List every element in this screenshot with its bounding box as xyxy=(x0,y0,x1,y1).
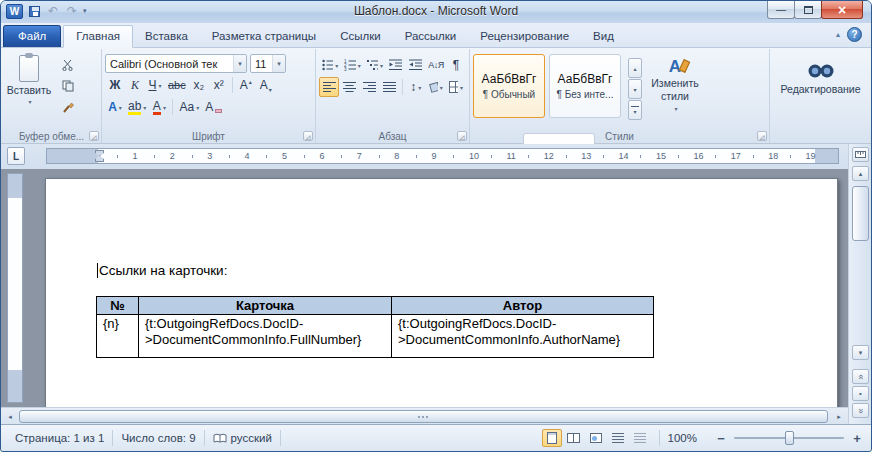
table-cell[interactable]: {t:OutgoingRefDocs.DocID->DocumentCommon… xyxy=(139,315,392,358)
show-paragraph-marks-button[interactable]: ¶ xyxy=(446,55,466,75)
vertical-scrollbar-thumb[interactable] xyxy=(852,186,869,241)
chevron-down-icon[interactable]: ▾ xyxy=(272,55,285,72)
table-header-cell[interactable]: Карточка xyxy=(139,297,392,315)
grow-font-button[interactable]: А▴ xyxy=(236,75,256,95)
sort-button[interactable]: А↓Я xyxy=(426,55,446,75)
justify-button[interactable] xyxy=(379,77,399,97)
editing-group-button[interactable]: Редактирование xyxy=(781,51,861,129)
maximize-button[interactable] xyxy=(794,1,822,19)
numbering-button[interactable]: 123 ▾ xyxy=(341,55,363,75)
fullscreen-reading-view-button[interactable] xyxy=(564,429,584,447)
chevron-down-icon[interactable]: ▾ xyxy=(358,62,361,69)
scroll-left-button[interactable]: ◂ xyxy=(2,410,18,423)
tab-stop-selector[interactable]: L xyxy=(7,147,25,165)
draft-view-button[interactable] xyxy=(630,429,650,447)
clipboard-dialog-launcher[interactable]: ◿ xyxy=(89,131,99,141)
styles-scroll-down-button[interactable]: ▾ xyxy=(628,79,642,99)
scroll-right-button[interactable]: ▸ xyxy=(831,410,847,423)
tab-insert[interactable]: Вставка xyxy=(133,26,200,47)
style-normal[interactable]: АаБбВвГг ¶ Обычный xyxy=(473,54,545,118)
print-layout-view-button[interactable] xyxy=(542,429,562,447)
zoom-slider[interactable] xyxy=(734,430,844,446)
language-indicator[interactable]: русский xyxy=(205,432,280,444)
tab-view[interactable]: Вид xyxy=(581,26,626,47)
underline-button[interactable]: Ч▾ xyxy=(145,75,165,95)
minimize-button[interactable]: — xyxy=(767,1,795,19)
clear-formatting-button[interactable]: А xyxy=(202,97,225,117)
table-cell[interactable]: {t:OutgoingRefDocs.DocID->DocumentCommon… xyxy=(392,315,654,358)
zoom-in-button[interactable]: + xyxy=(849,431,865,446)
style-no-spacing[interactable]: АаБбВвГг ¶ Без инте... xyxy=(549,54,621,118)
scroll-up-button[interactable]: ▴ xyxy=(852,166,869,181)
chevron-down-icon[interactable]: ▾ xyxy=(119,104,122,111)
styles-more-button[interactable]: ▾ xyxy=(628,100,642,120)
decrease-indent-button[interactable] xyxy=(386,55,406,75)
table-header-cell[interactable]: Автор xyxy=(392,297,654,315)
shading-button[interactable]: ▾ xyxy=(426,77,446,97)
save-button[interactable] xyxy=(26,3,42,19)
superscript-button[interactable]: x² xyxy=(209,75,229,95)
tab-review[interactable]: Рецензирование xyxy=(468,26,581,47)
next-page-button[interactable]: » xyxy=(852,403,869,418)
italic-button[interactable]: К xyxy=(125,75,145,95)
tab-file[interactable]: Файл xyxy=(3,25,61,47)
paragraph-dialog-launcher[interactable]: ◿ xyxy=(457,131,467,141)
vertical-scrollbar[interactable]: ▴ ▾ « • » xyxy=(848,144,871,424)
text-effects-button[interactable]: А▾ xyxy=(105,97,125,117)
outline-view-button[interactable] xyxy=(608,429,628,447)
cut-button[interactable] xyxy=(56,56,80,74)
close-button[interactable]: × xyxy=(821,1,863,19)
strikethrough-button[interactable]: abc xyxy=(165,75,189,95)
tab-references[interactable]: Ссылки xyxy=(328,26,393,47)
document-heading-text[interactable]: Ссылки на карточки: xyxy=(99,263,227,278)
font-name-select[interactable]: Calibri (Основной тек ▾ xyxy=(105,54,247,73)
subscript-button[interactable]: x₂ xyxy=(189,75,209,95)
change-case-button[interactable]: Аа▾ xyxy=(176,97,202,117)
help-button[interactable]: ? xyxy=(847,27,862,42)
bold-button[interactable]: Ж xyxy=(105,75,125,95)
bullets-button[interactable]: ▾ xyxy=(319,55,341,75)
document-page[interactable]: Ссылки на карточки: № Карточка Автор {n}… xyxy=(45,178,838,407)
chevron-down-icon[interactable]: ▾ xyxy=(440,84,443,91)
horizontal-scrollbar[interactable]: ◂ ▸ xyxy=(1,407,848,424)
format-painter-button[interactable] xyxy=(56,98,80,116)
chevron-down-icon[interactable]: ▾ xyxy=(418,84,421,91)
minimize-ribbon-icon[interactable]: ▴ xyxy=(836,30,840,39)
tab-home[interactable]: Главная xyxy=(63,25,133,48)
align-left-button[interactable] xyxy=(319,77,339,97)
font-dialog-launcher[interactable]: ◿ xyxy=(303,131,313,141)
shrink-font-button[interactable]: А▾ xyxy=(256,75,276,95)
web-layout-view-button[interactable] xyxy=(586,429,606,447)
paste-button[interactable]: Вставить ▾ xyxy=(5,51,53,129)
zoom-out-button[interactable]: − xyxy=(713,431,729,446)
align-center-button[interactable] xyxy=(339,77,359,97)
document-area[interactable]: Ссылки на карточки: № Карточка Автор {n}… xyxy=(1,169,848,407)
chevron-down-icon[interactable]: ▾ xyxy=(460,84,463,91)
vertical-ruler[interactable] xyxy=(7,173,23,403)
align-right-button[interactable] xyxy=(359,77,379,97)
chevron-down-icon[interactable]: ▾ xyxy=(380,62,383,69)
zoom-level[interactable]: 100% xyxy=(660,432,705,444)
change-styles-button[interactable]: А Изменить стили ▾ xyxy=(646,51,704,129)
scroll-down-button[interactable]: ▾ xyxy=(852,345,869,360)
table-header-cell[interactable]: № xyxy=(97,297,139,315)
table-cell[interactable]: {n} xyxy=(97,315,139,358)
multilevel-list-button[interactable]: ▾ xyxy=(364,55,386,75)
horizontal-ruler[interactable]: 12345678910111213141516171819 xyxy=(46,148,839,164)
select-browse-object-button[interactable]: • xyxy=(852,386,869,401)
qat-customize-button[interactable]: ▾ xyxy=(83,7,87,15)
chevron-down-icon[interactable]: ▾ xyxy=(233,55,246,72)
tab-mailings[interactable]: Рассылки xyxy=(393,26,469,47)
undo-button[interactable]: ↶ xyxy=(45,3,61,19)
page-indicator[interactable]: Страница: 1 из 1 xyxy=(7,432,112,444)
highlight-button[interactable]: ab▾ xyxy=(125,97,149,117)
view-ruler-toggle-button[interactable] xyxy=(852,147,869,162)
font-size-select[interactable]: 11 ▾ xyxy=(250,54,286,73)
previous-page-button[interactable]: « xyxy=(852,369,869,384)
zoom-slider-thumb[interactable] xyxy=(785,431,794,445)
copy-button[interactable] xyxy=(56,77,80,95)
chevron-down-icon[interactable]: ▾ xyxy=(163,104,166,111)
paste-dropdown-icon[interactable]: ▾ xyxy=(28,98,31,105)
borders-button[interactable]: ▾ xyxy=(446,77,466,97)
styles-scroll-up-button[interactable]: ▴ xyxy=(628,58,642,78)
